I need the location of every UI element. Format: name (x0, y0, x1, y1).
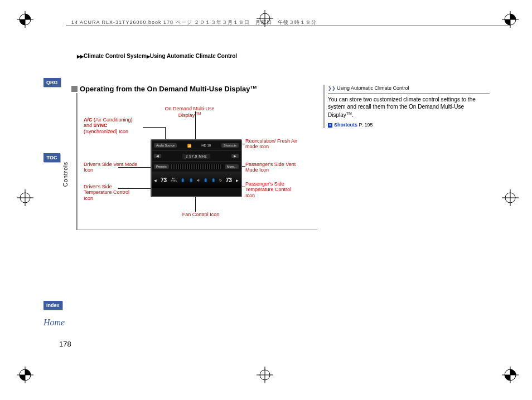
nav-qrg-button[interactable]: QRG (43, 78, 61, 87)
nav-toc-button[interactable]: TOC (43, 153, 60, 162)
presets-button[interactable]: Presets (154, 164, 169, 169)
tune-left-button[interactable]: ◀ (154, 154, 161, 158)
figure-title-text: Operating from the On Demand Multi-Use D… (80, 85, 250, 93)
vent-mode-icon[interactable]: 👤 (181, 178, 185, 182)
leader-line (195, 195, 196, 212)
sidebar-link-line: »Shortcuts P. 195 (328, 121, 490, 128)
svg-point-12 (20, 193, 30, 203)
header-rule (66, 26, 510, 26)
sidebar-header: ❯❯Using Automatic Climate Control (328, 85, 490, 94)
recirc-icon[interactable]: ↻ (219, 178, 222, 182)
svg-point-3 (505, 14, 516, 25)
fan-icon[interactable]: ✲ (197, 178, 200, 182)
callout-recirc: Recirculation/ Fresh Air mode Icon (245, 138, 301, 150)
vent-mode-icon[interactable]: 👤 (189, 178, 193, 182)
vent-mode-icon[interactable]: 👤 (204, 178, 207, 182)
broadcast-icon: 📶 (187, 144, 191, 148)
leader-line (118, 167, 151, 168)
leader-line (118, 188, 151, 189)
svg-point-6 (20, 369, 31, 381)
svg-point-9 (505, 369, 516, 381)
leader-line (195, 111, 196, 139)
trademark-sup: TM (250, 85, 257, 90)
audio-source-button[interactable]: Audio Source (154, 143, 177, 148)
crop-mark-icon (17, 189, 33, 206)
temp-left-decrease[interactable]: ◀ (154, 178, 157, 182)
vent-mode-icon[interactable]: 👤 (211, 178, 215, 182)
frequency-display: 2 97.9 MHz (182, 154, 210, 159)
breadcrumb-section-1: Climate Control System (84, 53, 147, 59)
shortcuts-link[interactable]: Shortcuts (334, 122, 357, 128)
device-climate-row: ◀ 73 A/CSYNC 👤 👤 ✲ 👤 👤 ↻ 73 ▶ (152, 172, 241, 188)
device-row-audio: Audio Source 📶 HD 10 Shortcuts (152, 140, 241, 151)
device-row-presets: Presets More... (152, 162, 241, 172)
crop-mark-icon (257, 367, 273, 383)
section-label: Controls (62, 162, 69, 187)
crop-mark-icon (17, 11, 33, 28)
chevron-icon: ❯❯ (328, 86, 336, 91)
figure-title: Operating from the On Demand Multi-Use D… (69, 85, 259, 93)
driver-temp-value: 73 (161, 177, 167, 183)
callout-fan: Fan Control Icon (173, 212, 229, 217)
breadcrumb-section-2: Using Automatic Climate Control (150, 53, 237, 59)
callout-pass-vent: Passenger's Side Vent Mode Icon (245, 162, 301, 173)
preset-bars-icon (171, 164, 223, 169)
ac-sync-icon[interactable]: A/CSYNC (171, 178, 177, 182)
tune-right-button[interactable]: ▶ (231, 154, 239, 158)
shortcuts-button[interactable]: Shortcuts (221, 143, 239, 148)
more-button[interactable]: More... (225, 164, 239, 169)
shortcuts-page-ref: P. 195 (359, 122, 373, 128)
crop-mark-icon (17, 367, 33, 383)
page-number: 178 (59, 340, 71, 348)
breadcrumb: ▶▶Climate Control System▶Using Automatic… (77, 53, 237, 59)
sidebar-note: ❯❯Using Automatic Climate Control You ca… (323, 85, 490, 128)
leader-line (143, 127, 165, 128)
svg-point-0 (20, 14, 31, 25)
svg-point-18 (260, 370, 270, 380)
callout-ac-sync: A/C (Air Conditioning) and SYNC (Synchro… (84, 117, 139, 134)
callout-pass-temp: Passenger's Side Temperature Control Ico… (245, 181, 301, 198)
link-arrow-icon: » (328, 123, 332, 128)
odmd-display: Audio Source 📶 HD 10 Shortcuts ◀ 2 97.9 … (151, 139, 242, 197)
nav-index-button[interactable]: Index (43, 301, 62, 310)
triangle-icon: ▶▶ (77, 54, 84, 59)
nav-home-button[interactable]: Home (43, 318, 65, 328)
hd-label: HD 10 (201, 144, 211, 147)
svg-point-15 (505, 193, 515, 203)
sidebar-body: You can store two customized climate con… (328, 96, 490, 119)
temp-right-increase[interactable]: ▶ (236, 178, 239, 182)
passenger-temp-value: 73 (226, 177, 232, 183)
crop-mark-icon (502, 189, 519, 206)
callout-driver-temp: Driver's Side Temperature Control Icon (84, 184, 139, 201)
callout-odmd-label: On Demand Multi-Use DisplayTM (162, 106, 217, 119)
square-bullet-icon (71, 86, 78, 92)
crop-mark-icon (502, 367, 519, 383)
device-row-tune: ◀ 2 97.9 MHz ▶ (152, 151, 241, 162)
